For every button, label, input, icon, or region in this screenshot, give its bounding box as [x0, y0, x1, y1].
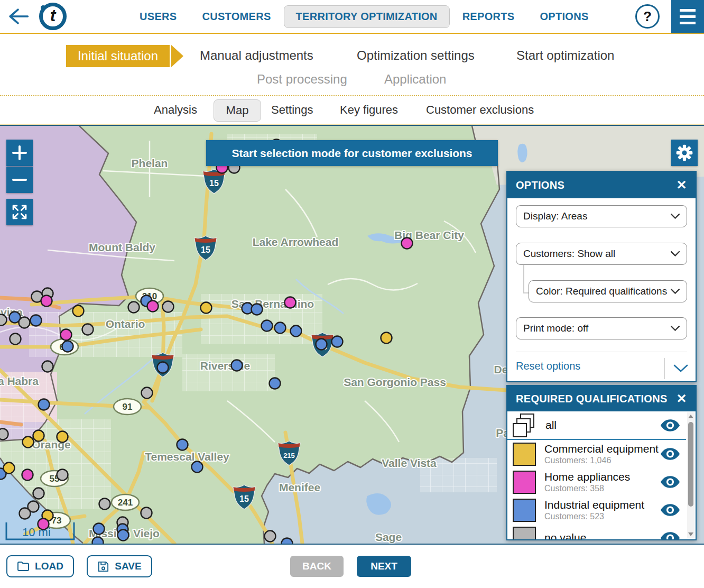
start-selection-mode-banner[interactable]: Start selection mode for customer exclus…	[206, 140, 498, 166]
customer-dot[interactable]	[92, 537, 104, 544]
customer-dot[interactable]	[142, 388, 153, 399]
step-start-optimization[interactable]: Start optimization	[516, 48, 614, 63]
customer-dot[interactable]	[33, 488, 44, 499]
hamburger-menu-icon[interactable]	[671, 0, 704, 33]
customer-dot[interactable]	[252, 304, 263, 315]
tab-key-figures[interactable]: Key figures	[340, 103, 398, 117]
tab-map[interactable]: Map	[214, 99, 261, 122]
legend-scrollbar[interactable]	[687, 412, 694, 538]
customer-dot[interactable]	[62, 341, 73, 352]
customer-dot[interactable]	[57, 470, 68, 481]
nav-item-territory-optimization[interactable]: TERRITORY OPTIMIZATION	[284, 5, 450, 28]
customer-dot[interactable]	[33, 430, 44, 442]
nav-item-options[interactable]: OPTIONS	[540, 11, 588, 23]
map-settings-gear-button[interactable]	[671, 140, 698, 166]
customer-dot[interactable]	[99, 499, 110, 510]
customer-dot[interactable]	[19, 317, 30, 328]
customer-dot[interactable]	[265, 531, 276, 542]
nav-item-customers[interactable]: CUSTOMERS	[202, 11, 271, 23]
customer-dot[interactable]	[282, 538, 293, 544]
customer-dot[interactable]	[128, 302, 140, 313]
close-icon[interactable]: ✕	[677, 179, 687, 191]
back-arrow-icon[interactable]	[6, 6, 30, 26]
legend-row-no-value[interactable]: no value	[507, 524, 696, 540]
customer-dot[interactable]	[262, 320, 273, 332]
customer-dot[interactable]	[158, 362, 169, 373]
customer-dot[interactable]	[94, 523, 105, 535]
step-manual-adjustments[interactable]: Manual adjustments	[200, 48, 313, 63]
customer-dot[interactable]	[163, 301, 174, 313]
zoom-out-button[interactable]	[6, 167, 33, 193]
customer-dot[interactable]	[42, 361, 53, 372]
customer-dot[interactable]	[82, 324, 94, 335]
fullscreen-button[interactable]	[6, 199, 33, 225]
customer-dot[interactable]	[147, 301, 159, 312]
options-panel-header: OPTIONS ✕	[507, 172, 696, 198]
scrollbar-thumb[interactable]	[688, 422, 693, 507]
close-icon[interactable]: ✕	[677, 392, 687, 405]
customer-dot[interactable]	[201, 302, 212, 314]
customer-dot[interactable]	[73, 306, 84, 317]
nav-item-reports[interactable]: REPORTS	[462, 11, 515, 23]
logo-letter: t	[50, 6, 56, 25]
legend-row-home-appliances[interactable]: Home appliances Customers: 358	[507, 468, 696, 496]
reset-options-link[interactable]: Reset options	[516, 360, 580, 372]
next-button[interactable]: NEXT	[357, 556, 411, 577]
customer-dot[interactable]	[0, 429, 8, 440]
customer-dot[interactable]	[20, 508, 31, 519]
map-canvas[interactable]: 21060915524173 1515151515215 PhelanMount…	[0, 125, 704, 545]
legend-row-all[interactable]: all	[507, 411, 696, 439]
step-optimization-settings[interactable]: Optimization settings	[357, 48, 475, 63]
color-dropdown[interactable]: Color: Required qualifications	[529, 280, 687, 302]
visibility-eye-icon[interactable]	[661, 532, 680, 540]
tab-analysis[interactable]: Analysis	[154, 103, 197, 117]
visibility-eye-icon[interactable]	[661, 504, 680, 516]
step-initial-situation[interactable]: Initial situation	[66, 45, 170, 67]
customer-dot[interactable]	[31, 315, 42, 326]
zoom-in-button[interactable]	[6, 140, 33, 166]
visibility-eye-icon[interactable]	[661, 476, 680, 488]
back-button[interactable]: BACK	[290, 556, 344, 577]
print-mode-dropdown[interactable]: Print mode: off	[516, 317, 687, 339]
collapse-chevron-icon[interactable]	[673, 364, 688, 373]
customer-dot[interactable]	[275, 323, 286, 334]
customer-dot[interactable]	[22, 470, 33, 481]
customer-dot[interactable]	[57, 431, 68, 443]
customer-dot[interactable]	[0, 315, 7, 326]
customer-dot[interactable]	[402, 238, 413, 249]
customer-dot[interactable]	[141, 508, 152, 519]
help-icon[interactable]: ?	[635, 4, 660, 29]
customer-dot[interactable]	[381, 333, 392, 344]
customer-dot[interactable]	[10, 334, 21, 345]
tab-settings[interactable]: Settings	[271, 103, 313, 117]
customer-dot[interactable]	[41, 296, 52, 307]
back-button-label: BACK	[302, 561, 331, 572]
customer-dot[interactable]	[231, 360, 243, 371]
visibility-eye-icon[interactable]	[661, 448, 680, 460]
legend-row-industrial-equipment[interactable]: Industrial equipment Customers: 523	[507, 496, 696, 524]
customer-dot[interactable]	[23, 437, 34, 448]
customer-dot[interactable]	[270, 378, 281, 389]
customer-dot[interactable]	[118, 530, 129, 541]
customer-dot[interactable]	[61, 329, 72, 341]
legend-row-commercial-equipment[interactable]: Commercial equipment Customers: 1,046	[507, 440, 696, 468]
customers-dropdown[interactable]: Customers: Show all	[516, 243, 687, 265]
customer-dot[interactable]	[285, 297, 296, 308]
legend-label: no value	[544, 531, 661, 540]
tab-customer-exclusions[interactable]: Customer exclusions	[426, 103, 534, 117]
scroll-up-arrow[interactable]	[688, 415, 693, 418]
visibility-eye-icon[interactable]	[661, 419, 680, 431]
display-dropdown[interactable]: Display: Areas	[516, 205, 687, 227]
customer-dot[interactable]	[332, 336, 343, 347]
customer-dot[interactable]	[316, 339, 327, 350]
customer-dot[interactable]	[291, 326, 302, 337]
nav-item-users[interactable]: USERS	[140, 11, 177, 23]
customer-dot[interactable]	[4, 463, 15, 474]
customer-dot[interactable]	[192, 462, 203, 473]
floppy-disk-icon	[97, 561, 109, 573]
load-button[interactable]: LOAD	[6, 555, 74, 577]
customer-dot[interactable]	[177, 439, 188, 451]
scroll-down-arrow[interactable]	[688, 532, 693, 536]
customer-dot[interactable]	[39, 399, 50, 410]
save-button[interactable]: SAVE	[87, 555, 152, 577]
